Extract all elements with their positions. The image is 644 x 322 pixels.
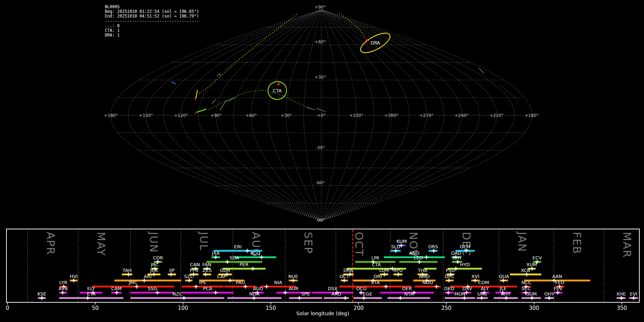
peak-marker-MON — [463, 296, 467, 300]
peak-marker-XUM — [530, 267, 534, 271]
shower-label-AHY: AHY — [501, 291, 511, 297]
shower-label-OCT: OCT — [340, 274, 349, 279]
peak-marker-EGE — [362, 296, 366, 300]
map-lat-label: +90° — [314, 5, 326, 10]
tick-label: 350 — [617, 305, 627, 311]
map-lat-label: -60° — [316, 180, 325, 185]
activity-timeline-chart: APRMAYJUNJULAUGSEPOCTNOVDECJANFEBMARKUME… — [6, 229, 639, 311]
tick-label: 50 — [92, 305, 99, 311]
shower-label-XHE: XHE — [616, 291, 626, 297]
sporadic-trail — [500, 85, 517, 100]
shower-label-JLE: JLE — [499, 286, 507, 291]
shower-label-CAP: CAP — [217, 274, 226, 279]
shower-label-CAN: CAN — [190, 262, 200, 267]
shower-label-JXA: JXA — [211, 250, 220, 256]
shower-label-SZC: SZC — [184, 274, 193, 279]
peak-marker-AND — [425, 255, 429, 259]
tick-label: 250 — [441, 305, 452, 311]
shower-label-PPS: PPS — [190, 268, 199, 273]
peak-marker-SLD — [394, 249, 398, 253]
shower-label-URS: URS — [477, 291, 487, 297]
shower-label-SDA: SDA — [229, 255, 239, 260]
shower-bar-NTA — [387, 297, 430, 299]
peak-marker-EHY — [456, 260, 460, 264]
shower-label-OHY: OHY — [544, 291, 554, 297]
shower-label-SPE: SPE — [301, 291, 310, 297]
tick-label: 100 — [178, 305, 188, 311]
map-lat-label: +30° — [314, 75, 326, 80]
map-lat-label: -30° — [316, 145, 325, 150]
month-label-APR: APR — [44, 232, 57, 255]
peak-marker-OHY — [547, 296, 551, 300]
shower-bar-KCG — [234, 257, 276, 258]
shower-label-LMI: LMI — [371, 255, 379, 260]
shower-bar-EGE — [353, 297, 382, 299]
map-lon-label: +210° — [490, 113, 504, 118]
peak-marker-IPE — [194, 285, 198, 289]
radiant-label-CTA: CTA — [273, 88, 282, 93]
shower-label-ZCS: ZCS — [202, 268, 211, 273]
map-lon-label: +180° — [525, 113, 539, 118]
peak-marker-NUE — [291, 279, 295, 283]
shower-label-CTA: CTA — [372, 262, 381, 267]
peak-marker-QUA — [501, 279, 505, 283]
shower-label-KCG: KCG — [250, 250, 260, 256]
meteor-trail-dotted — [208, 90, 310, 110]
tick-label: 200 — [353, 305, 364, 311]
peak-marker-JMC — [135, 285, 139, 289]
peak-marker-PAU — [243, 285, 247, 289]
map-lat-label: +60° — [314, 39, 326, 44]
peak-marker-NZC — [182, 296, 186, 300]
peak-marker-STA — [384, 285, 388, 289]
map-lat-label: -90° — [316, 218, 325, 223]
peak-marker-NIA — [265, 285, 269, 289]
peak-marker-TAH — [127, 273, 131, 277]
shower-label-NCC: NCC — [522, 280, 532, 285]
shower-radiants: DRACTA — [266, 29, 393, 102]
x-axis-title: Solar longitude (deg) — [296, 311, 349, 316]
shower-label-MON: MON — [454, 291, 465, 297]
shower-label-NZC: NZC — [172, 291, 182, 297]
shower-bar-STA — [339, 286, 411, 288]
shower-label-IPE: IPE — [199, 280, 206, 285]
shower-label-ERI: ERI — [234, 244, 241, 249]
map-lon-label: +90° — [210, 113, 221, 118]
peak-marker-URS — [480, 296, 484, 300]
shower-bar-PCA — [182, 292, 234, 294]
shower-label-GUM: GUM — [526, 291, 537, 297]
shower-bar-NZC — [131, 297, 224, 299]
shower-label-CAM: CAM — [111, 286, 122, 291]
shower-label-ARD: ARD — [331, 291, 341, 297]
peak-marker-AVB — [61, 291, 65, 295]
shower-label-AAN: AAN — [552, 274, 562, 279]
shower-label-TAH: TAH — [122, 268, 132, 273]
peak-marker-JXA — [214, 255, 218, 259]
shower-label-AUD: AUD — [253, 286, 263, 291]
peak-marker-NDA — [252, 296, 256, 300]
map-longitude-labels: +180°+150°+120°+90°+60°+30°+0°+330°+300°… — [104, 113, 539, 118]
shower-label-PCA: PCA — [203, 286, 213, 291]
shower-label-JMC: JMC — [128, 280, 137, 285]
shower-bar-SPE — [289, 297, 322, 299]
shower-label-ARI: ARI — [144, 274, 152, 279]
peak-marker-LUM — [382, 273, 386, 277]
peak-marker-ERI — [245, 249, 249, 253]
tick-label: 300 — [529, 305, 539, 311]
peak-marker-DPC — [447, 279, 451, 283]
radiant-label-DRA: DRA — [371, 40, 380, 45]
shower-label-EVI: EVI — [630, 291, 637, 297]
shower-label-GEM: GEM — [460, 244, 470, 249]
faint-blue-trail — [171, 82, 176, 84]
peak-marker-SZC — [187, 279, 191, 283]
peak-marker-DKD — [446, 291, 450, 295]
shower-label-KSE: KSE — [37, 291, 46, 297]
shower-bar-ETA — [59, 297, 123, 299]
peak-marker-JEA — [152, 273, 156, 277]
shower-label-NIA: NIA — [274, 280, 282, 285]
shower-label-THA: THA — [418, 268, 428, 273]
sky-map-and-timeline-figure: +180°+150°+120°+90°+60°+30°+0°+330°+300°… — [0, 0, 644, 322]
shower-label-PER: PER — [240, 262, 249, 267]
shower-label-FEV: FEV — [553, 286, 562, 291]
peak-marker-KSE — [40, 296, 44, 300]
map-lon-label: +240° — [455, 113, 469, 118]
